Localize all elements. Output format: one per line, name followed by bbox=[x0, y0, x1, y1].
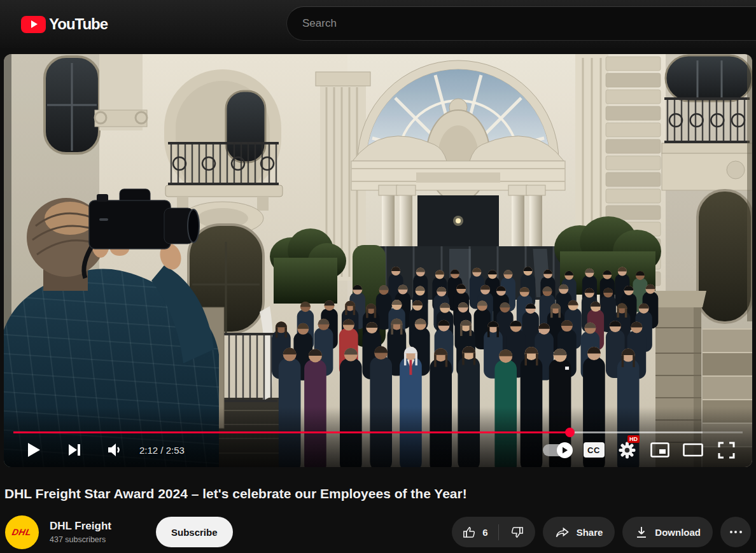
captions-icon: CC bbox=[584, 442, 605, 458]
channel-avatar-text: DHL bbox=[11, 527, 33, 537]
channel-subscribers: 437 subscribers bbox=[50, 535, 139, 544]
play-icon bbox=[27, 442, 41, 458]
miniplayer-button[interactable] bbox=[643, 436, 676, 464]
video-frame-group-photo-scene bbox=[4, 54, 752, 467]
channel-name[interactable]: DHL Freight bbox=[50, 520, 139, 533]
subscribe-button[interactable]: Subscribe bbox=[156, 517, 233, 547]
youtube-header: YouTube bbox=[0, 0, 756, 48]
like-dislike-pill: 6 bbox=[452, 517, 535, 547]
search-input[interactable] bbox=[287, 17, 584, 30]
like-count: 6 bbox=[482, 527, 487, 538]
progress-bar[interactable] bbox=[13, 431, 743, 433]
more-actions-button[interactable] bbox=[720, 517, 751, 547]
video-player[interactable]: 2:12 / 2:53 CC bbox=[4, 54, 752, 467]
theater-mode-button[interactable] bbox=[676, 436, 710, 464]
thumbs-down-icon bbox=[510, 525, 524, 540]
autoplay-pill-icon bbox=[543, 444, 571, 456]
player-controls: 2:12 / 2:53 CC bbox=[13, 436, 743, 464]
progress-played bbox=[13, 431, 570, 433]
channel-avatar[interactable]: DHL bbox=[5, 515, 39, 549]
download-icon bbox=[634, 525, 648, 539]
settings-button[interactable]: HD bbox=[610, 436, 643, 464]
captions-button[interactable]: CC bbox=[577, 436, 610, 464]
download-label: Download bbox=[655, 527, 701, 538]
play-button[interactable] bbox=[13, 436, 54, 464]
fullscreen-icon bbox=[718, 442, 735, 459]
youtube-logo[interactable]: YouTube bbox=[21, 15, 108, 33]
time-display: 2:12 / 2:53 bbox=[139, 445, 185, 456]
action-buttons: 6 Share Download bbox=[452, 517, 751, 547]
share-icon bbox=[555, 525, 570, 539]
thumbs-up-icon bbox=[462, 525, 477, 540]
volume-icon bbox=[107, 442, 123, 458]
volume-button[interactable] bbox=[95, 436, 136, 464]
more-icon bbox=[730, 531, 732, 533]
search-bar[interactable] bbox=[286, 6, 756, 41]
youtube-logo-text: YouTube bbox=[49, 15, 108, 33]
youtube-play-icon bbox=[21, 16, 46, 33]
miniplayer-icon bbox=[650, 442, 669, 458]
hd-quality-badge: HD bbox=[627, 435, 640, 443]
video-meta-row: DHL DHL Freight 437 subscribers Subscrib… bbox=[5, 515, 751, 549]
next-button[interactable] bbox=[54, 436, 95, 464]
theater-mode-icon bbox=[683, 442, 703, 458]
next-icon bbox=[67, 443, 81, 457]
dislike-button[interactable] bbox=[499, 517, 535, 547]
fullscreen-button[interactable] bbox=[710, 436, 743, 464]
like-button[interactable]: 6 bbox=[452, 517, 498, 547]
channel-info: DHL Freight 437 subscribers bbox=[50, 520, 139, 544]
share-button[interactable]: Share bbox=[543, 517, 615, 547]
gear-icon bbox=[619, 442, 636, 459]
download-button[interactable]: Download bbox=[622, 517, 713, 547]
share-label: Share bbox=[577, 527, 603, 538]
video-title: DHL Freight Star Award 2024 – let's cele… bbox=[4, 484, 736, 503]
autoplay-toggle[interactable] bbox=[536, 436, 577, 464]
